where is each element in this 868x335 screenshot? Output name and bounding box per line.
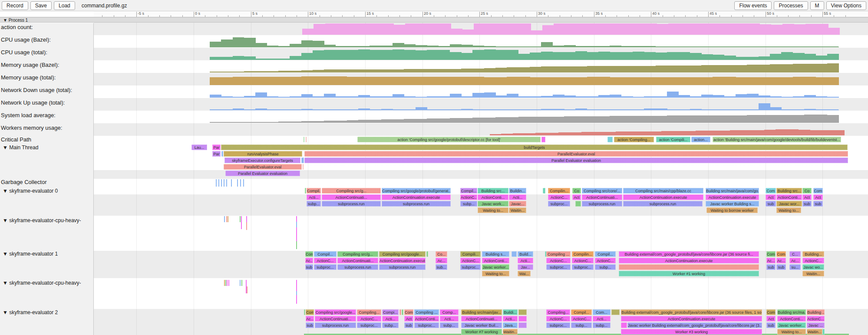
trace-block-skyframe-evaluator-2[interactable]: Comp...	[440, 309, 459, 315]
trace-block-skyframe-evaluator-1[interactable]: Compil...	[314, 251, 337, 257]
trace-block-skyframe-evaluator-2[interactable]: ActionC...	[571, 316, 592, 322]
trace-block-skyframe-evaluator-0[interactable]	[305, 188, 306, 194]
trace-block-skyframe-evaluator-2[interactable]: subproc...	[357, 322, 381, 328]
trace-block-skyframe-evaluator-2[interactable]	[304, 309, 305, 315]
trace-block-skyframe-evaluator-2[interactable]: Compiling ...	[414, 309, 439, 315]
trace-block-skyframe-evaluator-0[interactable]: Waitin...	[509, 207, 526, 213]
trace-block-skyframe-evaluator-0[interactable]: Com	[766, 188, 776, 194]
trace-block-skyframe-evaluator-2[interactable]	[611, 309, 620, 315]
trace-block-skyframe-evaluator-2[interactable]: Javac worker Building external/com_googl…	[627, 322, 762, 328]
trace-block-skyframe-evaluator-0[interactable]: ActionConti...	[776, 194, 802, 200]
trace-block-skyframe-evaluator-0[interactable]: ActionConti...	[478, 194, 508, 200]
trace-block-skyframe-evaluator-2[interactable]: Worker #3 working	[621, 329, 762, 335]
trace-block-skyframe-evaluator-1[interactable]	[619, 264, 759, 270]
trace-block-skyframe-evaluator-1[interactable]: subprocess.run	[337, 264, 378, 270]
trace-block-skyframe-evaluator-1[interactable]: Acti...	[518, 258, 533, 263]
load-button[interactable]: Load	[54, 1, 75, 10]
trace-block-skyframe-evaluator-0[interactable]: Acti...	[509, 194, 526, 200]
thread-label[interactable]: ▼ skyframe-evaluator-cpu-heavy-	[3, 280, 81, 286]
gc-event-tick[interactable]	[226, 179, 227, 187]
cpu-heavy-event-tick[interactable]	[296, 241, 297, 249]
trace-block-skyframe-evaluator-2[interactable]: subprocess.run	[315, 322, 356, 328]
trace-block-skyframe-evaluator-0[interactable]: Building src...	[478, 188, 508, 194]
thread-label[interactable]: ▼ skyframe-evaluator 1	[3, 251, 58, 257]
trace-block-skyframe-evaluator-0[interactable]: subp...	[460, 201, 477, 207]
trace-block-skyframe-evaluator-1[interactable]: subprocess.run	[379, 264, 426, 270]
gc-event-tick[interactable]	[243, 179, 244, 187]
trace-block-main-thread[interactable]: Parallel Evaluator evaluation	[304, 158, 848, 163]
trace-block-skyframe-evaluator-0[interactable]: sub	[802, 201, 812, 207]
trace-block-skyframe-evaluator-1[interactable]: Ac...	[436, 258, 447, 263]
trace-block-skyframe-evaluator-2[interactable]: Compiling src/google...	[315, 309, 356, 315]
trace-block-skyframe-evaluator-2[interactable]	[402, 309, 403, 315]
trace-block-skyframe-evaluator-1[interactable]: sub	[766, 264, 776, 270]
trace-block-skyframe-evaluator-1[interactable]: ActionC...	[572, 258, 594, 263]
trace-block-skyframe-evaluator-0[interactable]: Waiting to borrow worker	[706, 207, 758, 213]
processes-button[interactable]: Processes	[774, 1, 808, 10]
trace-block-skyframe-evaluator-2[interactable]: Acti...	[440, 316, 459, 322]
trace-block-main-thread[interactable]	[303, 164, 304, 170]
cpu-heavy-event-tick[interactable]	[240, 216, 241, 222]
trace-block-skyframe-evaluator-1[interactable]: Com	[305, 251, 313, 257]
trace-block-skyframe-evaluator-1[interactable]: C...	[789, 251, 801, 257]
trace-block-skyframe-evaluator-1[interactable]: ActionContinuati...	[337, 258, 378, 263]
trace-block-skyframe-evaluator-0[interactable]: Javac worker Building s...	[706, 201, 759, 207]
cpu-heavy-event-tick[interactable]	[247, 286, 248, 293]
trace-block-skyframe-evaluator-2[interactable]	[518, 316, 527, 322]
trace-block-skyframe-evaluator-0[interactable]: Javac...	[509, 201, 526, 207]
trace-block-skyframe-evaluator-2[interactable]: Compi...	[382, 309, 399, 315]
cpu-heavy-event-tick[interactable]	[296, 280, 297, 291]
trace-block-skyframe-evaluator-1[interactable]: Building external/com_google_protobuf/ja…	[619, 251, 759, 257]
trace-block-skyframe-evaluator-0[interactable]	[543, 188, 545, 194]
trace-block-skyframe-evaluator-2[interactable]: ActionConti...	[414, 316, 439, 322]
trace-block-skyframe-evaluator-2[interactable]: Compil...	[571, 309, 592, 315]
trace-block-skyframe-evaluator-1[interactable]: ActionC...	[546, 258, 571, 263]
flow-events-button[interactable]: Flow events	[734, 1, 772, 10]
cpu-heavy-event-tick[interactable]	[228, 280, 229, 286]
trace-block-skyframe-evaluator-1[interactable]	[512, 251, 517, 257]
trace-block-skyframe-evaluator-2[interactable]: Act	[404, 316, 413, 322]
cpu-heavy-event-tick[interactable]	[226, 216, 227, 222]
trace-block-skyframe-evaluator-0[interactable]: Waiting to...	[478, 207, 508, 213]
timeline-canvas[interactable]: action 'Compiling src/google/protobuf/de…	[0, 0, 868, 335]
trace-block-skyframe-evaluator-2[interactable]: subp...	[440, 322, 459, 328]
cpu-heavy-event-tick[interactable]	[241, 216, 242, 229]
save-button[interactable]: Save	[30, 1, 52, 10]
trace-block-skyframe-evaluator-2[interactable]: sub	[404, 322, 413, 328]
trace-block-skyframe-evaluator-1[interactable]: Waiting to...	[482, 271, 509, 276]
trace-block-skyframe-evaluator-0[interactable]: subp...	[307, 201, 321, 207]
trace-block-critical-path[interactable]: action 'Compili...	[656, 137, 690, 142]
trace-block-main-thread[interactable]: ParallelEvaluator.eval	[304, 151, 848, 157]
trace-block-skyframe-evaluator-2[interactable]: Buildi...	[503, 309, 518, 315]
cpu-heavy-event-tick[interactable]	[228, 216, 228, 222]
trace-block-skyframe-evaluator-2[interactable]: subproc...	[414, 322, 439, 328]
trace-block-skyframe-evaluator-1[interactable]: sub	[776, 264, 786, 270]
trace-block-skyframe-evaluator-0[interactable]: subprocess.run	[322, 201, 381, 207]
trace-block-skyframe-evaluator-1[interactable]: subproc...	[546, 264, 571, 270]
trace-block-main-thread[interactable]: Parallel Evaluator evaluation	[225, 171, 300, 176]
trace-block-skyframe-evaluator-0[interactable]: Compil...	[307, 188, 321, 194]
trace-block-skyframe-evaluator-1[interactable]: Ac...	[776, 258, 786, 263]
trace-block-skyframe-evaluator-0[interactable]: Act	[572, 194, 581, 200]
trace-block-skyframe-evaluator-2[interactable]: Building src/main/jav...	[461, 309, 502, 315]
trace-block-skyframe-evaluator-0[interactable]: Compiling src/core/...	[582, 188, 622, 194]
trace-block-skyframe-evaluator-2[interactable]: ActionContinuati...	[315, 316, 356, 322]
trace-block-main-thread[interactable]	[221, 151, 223, 157]
trace-block-skyframe-evaluator-1[interactable]: su...	[789, 264, 801, 270]
trace-block-skyframe-evaluator-2[interactable]: Com	[404, 309, 413, 315]
trace-block-skyframe-evaluator-2[interactable]: Worker #7 working	[461, 329, 502, 335]
trace-block-skyframe-evaluator-2[interactable]: Building external/com_google_protobuf/ja…	[621, 309, 762, 315]
trace-block-main-thread[interactable]: Lau...	[191, 145, 207, 150]
trace-block-skyframe-evaluator-2[interactable]: subp...	[571, 322, 592, 328]
trace-block-skyframe-evaluator-1[interactable]: Javac wo...	[802, 264, 824, 270]
trace-block-skyframe-evaluator-1[interactable]: Ac...	[789, 258, 801, 263]
trace-block-skyframe-evaluator-2[interactable]: Acti...	[382, 316, 399, 322]
process-header[interactable]: ▼ Process 1	[0, 17, 868, 23]
cpu-heavy-event-tick[interactable]	[224, 280, 225, 286]
trace-block-skyframe-evaluator-1[interactable]: Compiling src/google...	[379, 251, 426, 257]
thread-label[interactable]: ▼ skyframe-evaluator 2	[3, 309, 58, 315]
trace-block-skyframe-evaluator-1[interactable]: Com	[766, 251, 776, 257]
trace-block-skyframe-evaluator-2[interactable]: Building src/ma...	[777, 309, 806, 315]
trace-block-skyframe-evaluator-0[interactable]: ActionC...	[548, 194, 570, 200]
trace-block-main-thread[interactable]: skyframeExecutor.configureTargets	[224, 158, 300, 163]
